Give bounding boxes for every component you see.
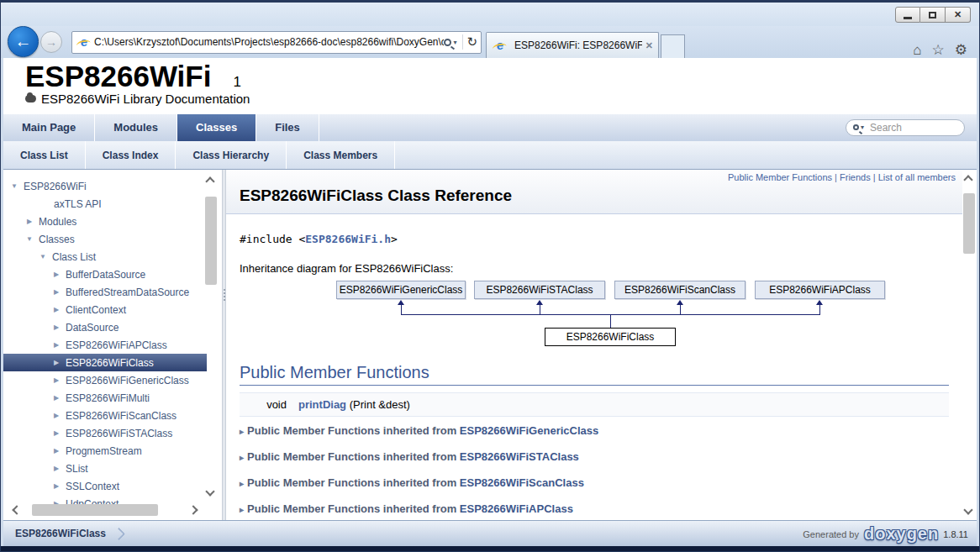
tree-expand-icon[interactable] [52, 376, 61, 384]
tree-expand-icon[interactable] [52, 306, 61, 313]
inherited-section-genericclass[interactable]: ▸Public Member Functions inherited from … [240, 417, 949, 443]
scroll-up-icon[interactable] [963, 175, 972, 184]
tree-item-esp8266wifi[interactable]: ESP8266WiFi [3, 177, 222, 195]
inherited-section-staclass[interactable]: ▸Public Member Functions inherited from … [240, 443, 949, 469]
close-button[interactable]: ✕ [946, 7, 971, 23]
link-public-member-functions[interactable]: Public Member Functions [728, 172, 832, 182]
link-friends[interactable]: Friends [840, 172, 871, 182]
content-vertical-scrollbar[interactable] [962, 175, 977, 515]
tree-expand-icon[interactable] [52, 394, 61, 402]
tree-item-esp8266wifigenericclass[interactable]: ESP8266WiFiGenericClass [3, 371, 222, 389]
tree-item-label[interactable]: ProgmemStream [66, 445, 142, 457]
tree-expand-icon[interactable] [52, 465, 61, 472]
expand-right-icon[interactable]: ▸ [240, 427, 244, 436]
tree-item-esp8266wifistaclass[interactable]: ESP8266WiFiSTAClass [3, 424, 222, 442]
tree-expand-icon[interactable] [52, 271, 61, 278]
expand-right-icon[interactable]: ▸ [240, 505, 244, 514]
inherited-class-link[interactable]: ESP8266WiFiScanClass [460, 476, 584, 489]
tree-item-label[interactable]: DataSource [66, 322, 119, 334]
settings-gear-icon[interactable]: ⚙ [955, 43, 967, 58]
chevron-down-icon[interactable]: ▾ [861, 124, 864, 131]
expand-right-icon[interactable]: ▸ [240, 453, 244, 462]
chevron-down-icon[interactable]: ▾ [453, 39, 456, 46]
tree-item-label[interactable]: ClientContext [66, 304, 126, 316]
home-icon[interactable]: ⌂ [913, 43, 921, 58]
inherited-class-link[interactable]: ESP8266WiFiAPClass [460, 502, 573, 515]
tree-item-label[interactable]: SSLContext [66, 481, 119, 492]
tree-item-esp8266wifiscanclass[interactable]: ESP8266WiFiScanClass [3, 407, 222, 424]
tree-item-class-list[interactable]: Class List [3, 248, 222, 265]
tree-item-label[interactable]: BufferDataSource [66, 269, 145, 281]
minimize-button[interactable] [895, 7, 920, 23]
new-tab-button[interactable] [661, 34, 685, 58]
tree-item-modules[interactable]: Modules [3, 213, 222, 230]
tree-expand-icon[interactable] [52, 429, 61, 437]
tree-item-classes[interactable]: Classes [3, 230, 222, 248]
address-text[interactable]: C:\Users\Krzysztof\Documents\Projects\es… [94, 36, 444, 48]
scrollbar-thumb[interactable] [205, 197, 217, 285]
tree-item-bufferdatasource[interactable]: BufferDataSource [3, 265, 222, 283]
tree-expand-icon[interactable] [52, 482, 61, 490]
tree-expand-icon[interactable] [52, 323, 61, 331]
tree-item-slist[interactable]: SList [3, 460, 222, 477]
tree-item-clientcontext[interactable]: ClientContext [3, 301, 222, 318]
tree-item-label[interactable]: Classes [39, 234, 75, 245]
tree-item-label[interactable]: BufferedStreamDataSource [66, 287, 189, 298]
tree-item-label[interactable]: SList [66, 463, 88, 475]
tree-item-label[interactable]: axTLS API [54, 198, 102, 210]
scrollbar-thumb[interactable] [32, 504, 158, 516]
diagram-node-scanclass[interactable]: ESP8266WiFiScanClass [614, 281, 746, 299]
inherited-section-scanclass[interactable]: ▸Public Member Functions inherited from … [240, 469, 949, 495]
back-button[interactable]: ← [8, 26, 39, 57]
tab-class-list[interactable]: Class List [3, 141, 86, 169]
tree-expand-icon[interactable] [52, 447, 61, 455]
scroll-left-icon[interactable] [12, 506, 21, 515]
tab-close-icon[interactable]: ✕ [645, 40, 653, 51]
tree-item-bufferedstreamdatasource[interactable]: BufferedStreamDataSource [3, 283, 222, 301]
scroll-right-icon[interactable] [188, 506, 198, 515]
tab-modules[interactable]: Modules [95, 114, 177, 142]
tree-expand-icon[interactable] [25, 218, 34, 225]
address-bar[interactable]: e C:\Users\Krzysztof\Documents\Projects\… [71, 31, 482, 54]
search-icon[interactable] [444, 39, 451, 46]
expand-right-icon[interactable]: ▸ [240, 479, 244, 488]
tree-expand-icon[interactable] [10, 182, 18, 190]
tree-item-progmemstream[interactable]: ProgmemStream [3, 442, 222, 460]
member-link-printdiag[interactable]: printDiag [298, 398, 346, 411]
tab-files[interactable]: Files [256, 114, 319, 142]
tree-item-label[interactable]: ESP8266WiFiScanClass [66, 410, 177, 422]
tree-item-label[interactable]: ESP8266WiFiAPClass [66, 339, 167, 351]
maximize-button[interactable] [920, 7, 946, 23]
tree-item-esp8266wifiapclass[interactable]: ESP8266WiFiAPClass [3, 336, 222, 354]
tree-item-label[interactable]: ESP8266WiFiClass [66, 357, 154, 369]
tree-item-axtls-api[interactable]: axTLS API [3, 195, 222, 213]
scroll-down-icon[interactable] [963, 506, 972, 515]
tree-item-label[interactable]: Modules [39, 216, 76, 228]
doxygen-logo[interactable]: doxygen [864, 524, 939, 544]
diagram-node-staclass[interactable]: ESP8266WiFiSTAClass [474, 281, 605, 299]
doc-search-input[interactable]: ▾ Search [846, 119, 965, 136]
tree-item-datasource[interactable]: DataSource [3, 318, 222, 336]
tree-expand-icon[interactable] [52, 341, 61, 349]
tree-item-label[interactable]: ESP8266WiFi [24, 181, 87, 192]
tree-expand-icon[interactable] [39, 253, 47, 260]
search-icon[interactable] [853, 124, 859, 130]
refresh-icon[interactable]: ↻ [466, 36, 477, 48]
include-file-link[interactable]: ESP8266WiFi.h [305, 233, 391, 245]
tab-class-index[interactable]: Class Index [86, 141, 177, 169]
tree-expand-icon[interactable] [52, 359, 61, 366]
scroll-down-icon[interactable] [205, 487, 214, 497]
sidebar-vertical-scrollbar[interactable] [204, 176, 219, 497]
tab-class-members[interactable]: Class Members [287, 141, 395, 169]
diagram-node-genericclass[interactable]: ESP8266WiFiGenericClass [336, 281, 466, 299]
sidebar-horizontal-scrollbar[interactable] [10, 503, 200, 518]
tree-item-sslcontext[interactable]: SSLContext [3, 477, 222, 495]
forward-button[interactable]: → [40, 31, 62, 53]
tree-item-label[interactable]: Class List [52, 251, 96, 263]
tree-expand-icon[interactable] [25, 235, 34, 243]
browser-tab[interactable]: e ESP8266WiFi: ESP8266WiFi... ✕ [486, 32, 659, 58]
tree-item-label[interactable]: ESP8266WiFiSTAClass [66, 428, 172, 439]
favorites-star-icon[interactable]: ☆ [932, 43, 945, 58]
tree-item-esp8266wifimulti[interactable]: ESP8266WiFiMulti [3, 389, 222, 407]
inherited-section-apclass[interactable]: ▸Public Member Functions inherited from … [240, 495, 949, 520]
